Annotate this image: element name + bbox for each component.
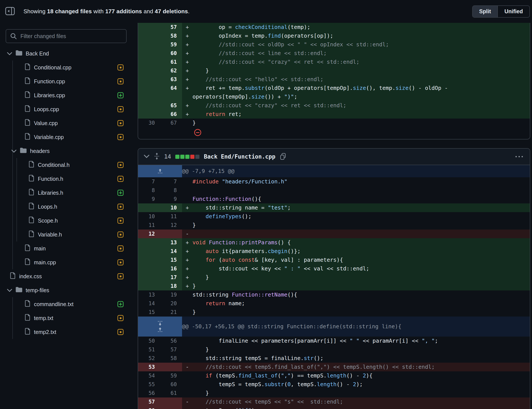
new-line-number[interactable]: 9 bbox=[160, 195, 182, 204]
new-line-number[interactable]: 8 bbox=[160, 186, 182, 195]
drag-handle-icon[interactable] bbox=[154, 152, 160, 161]
old-line-number[interactable]: 57 bbox=[138, 398, 160, 406]
old-line-number[interactable] bbox=[138, 66, 160, 75]
new-line-number[interactable]: 58 bbox=[160, 354, 182, 363]
file-name-link[interactable]: Back End/Function.cpp bbox=[204, 153, 275, 160]
tree-file-conditional-cpp[interactable]: Conditional.cpp bbox=[0, 60, 137, 74]
old-line-number[interactable]: 12 bbox=[138, 230, 160, 238]
new-line-number[interactable]: 13 bbox=[160, 238, 182, 247]
old-line-number[interactable] bbox=[138, 282, 160, 290]
new-line-number[interactable] bbox=[160, 398, 182, 406]
chevron-down-icon[interactable] bbox=[7, 50, 12, 57]
new-line-number[interactable]: 59 bbox=[160, 371, 182, 380]
old-line-number[interactable] bbox=[138, 101, 160, 110]
new-line-number[interactable]: 15 bbox=[160, 256, 182, 264]
old-line-number[interactable]: 55 bbox=[138, 380, 160, 389]
old-line-number[interactable] bbox=[138, 238, 160, 247]
tree-folder-headers[interactable]: headers bbox=[0, 144, 137, 158]
chevron-down-icon[interactable] bbox=[7, 287, 12, 293]
old-line-number[interactable] bbox=[138, 204, 160, 212]
tree-file-value-cpp[interactable]: Value.cpp bbox=[0, 116, 137, 130]
old-line-number[interactable]: 56 bbox=[138, 389, 160, 398]
new-line-number[interactable]: 18 bbox=[160, 282, 182, 290]
tree-file-function-h[interactable]: Function.h bbox=[0, 172, 137, 186]
tree-file-temp2-txt[interactable]: temp2.txt bbox=[0, 325, 137, 339]
old-line-number[interactable]: 8 bbox=[138, 186, 160, 195]
tree-folder-temp-files[interactable]: temp-files bbox=[0, 283, 137, 297]
old-line-number[interactable]: 7 bbox=[138, 177, 160, 186]
tree-file-libraries-cpp[interactable]: Libraries.cpp bbox=[0, 88, 137, 102]
old-line-number[interactable] bbox=[138, 49, 160, 58]
old-line-number[interactable]: 11 bbox=[138, 221, 160, 230]
expand-hunk-up-button[interactable] bbox=[138, 165, 182, 177]
old-line-number[interactable]: 51 bbox=[138, 345, 160, 354]
tree-file-libraries-h[interactable]: Libraries.h bbox=[0, 186, 137, 200]
new-line-number[interactable]: 66 bbox=[160, 110, 182, 119]
old-line-number[interactable] bbox=[138, 247, 160, 256]
new-line-number[interactable] bbox=[160, 406, 182, 409]
new-line-number[interactable]: 17 bbox=[160, 273, 182, 282]
new-line-number[interactable]: 19 bbox=[160, 290, 182, 299]
tree-file-temp-txt[interactable]: temp.txt bbox=[0, 311, 137, 325]
old-line-number[interactable]: 14 bbox=[138, 299, 160, 308]
new-line-number[interactable]: 16 bbox=[160, 264, 182, 273]
new-line-number[interactable]: 60 bbox=[160, 380, 182, 389]
unified-view-button[interactable]: Unified bbox=[497, 6, 529, 17]
new-line-number[interactable]: 62 bbox=[160, 66, 182, 75]
old-line-number[interactable] bbox=[138, 110, 160, 119]
old-line-number[interactable] bbox=[138, 58, 160, 66]
new-line-number[interactable]: 64 bbox=[160, 84, 182, 101]
old-line-number[interactable]: 10 bbox=[138, 212, 160, 221]
new-line-number[interactable]: 60 bbox=[160, 49, 182, 58]
tree-file-scope-h[interactable]: Scope.h bbox=[0, 214, 137, 228]
old-line-number[interactable]: 53 bbox=[138, 363, 160, 371]
new-line-number[interactable]: 11 bbox=[160, 212, 182, 221]
tree-file-function-cpp[interactable]: Function.cpp bbox=[0, 74, 137, 88]
old-line-number[interactable]: 58 bbox=[138, 406, 160, 409]
old-line-number[interactable] bbox=[138, 32, 160, 40]
tree-file-loops-h[interactable]: Loops.h bbox=[0, 200, 137, 214]
tree-file-variable-h[interactable]: Variable.h bbox=[0, 228, 137, 242]
new-line-number[interactable] bbox=[160, 230, 182, 238]
chevron-down-icon[interactable] bbox=[11, 148, 17, 154]
old-line-number[interactable] bbox=[138, 23, 160, 32]
new-line-number[interactable]: 59 bbox=[160, 40, 182, 49]
old-line-number[interactable]: 50 bbox=[138, 336, 160, 345]
old-line-number[interactable]: 54 bbox=[138, 371, 160, 380]
old-line-number[interactable]: 52 bbox=[138, 354, 160, 363]
new-line-number[interactable]: 57 bbox=[160, 345, 182, 354]
new-line-number[interactable]: 58 bbox=[160, 32, 182, 40]
new-line-number[interactable]: 12 bbox=[160, 221, 182, 230]
old-line-number[interactable] bbox=[138, 273, 160, 282]
new-line-number[interactable]: 20 bbox=[160, 299, 182, 308]
new-line-number[interactable]: 14 bbox=[160, 247, 182, 256]
tree-file-main-cpp[interactable]: main.cpp bbox=[0, 255, 137, 269]
old-line-number[interactable] bbox=[138, 256, 160, 264]
tree-file-variable-cpp[interactable]: Variable.cpp bbox=[0, 130, 137, 144]
expand-hunk-both-button[interactable] bbox=[138, 316, 182, 336]
collapse-file-button[interactable] bbox=[144, 154, 149, 159]
tree-file-loops-cpp[interactable]: Loops.cpp bbox=[0, 102, 137, 116]
new-line-number[interactable]: 21 bbox=[160, 308, 182, 316]
new-line-number[interactable] bbox=[160, 363, 182, 371]
old-line-number[interactable] bbox=[138, 75, 160, 84]
tree-file-main[interactable]: main bbox=[0, 242, 137, 255]
new-line-number[interactable]: 63 bbox=[160, 75, 182, 84]
filter-changed-files-input[interactable] bbox=[6, 29, 127, 43]
tree-folder-back-end[interactable]: Back End bbox=[0, 46, 137, 60]
old-line-number[interactable] bbox=[138, 84, 160, 101]
new-line-number[interactable]: 61 bbox=[160, 389, 182, 398]
split-view-button[interactable]: Split bbox=[473, 6, 497, 17]
kebab-menu-icon[interactable] bbox=[514, 155, 524, 158]
tree-file-conditional-h[interactable]: Conditional.h bbox=[0, 158, 137, 172]
new-line-number[interactable]: 61 bbox=[160, 58, 182, 66]
copy-path-button[interactable] bbox=[280, 153, 286, 161]
new-line-number[interactable]: 67 bbox=[160, 119, 182, 127]
tree-file-index-css[interactable]: index.css bbox=[0, 269, 137, 283]
new-line-number[interactable]: 10 bbox=[160, 204, 182, 212]
old-line-number[interactable]: 13 bbox=[138, 290, 160, 299]
new-line-number[interactable]: 57 bbox=[160, 23, 182, 32]
new-line-number[interactable]: 7 bbox=[160, 177, 182, 186]
old-line-number[interactable]: 30 bbox=[138, 119, 160, 127]
old-line-number[interactable] bbox=[138, 40, 160, 49]
